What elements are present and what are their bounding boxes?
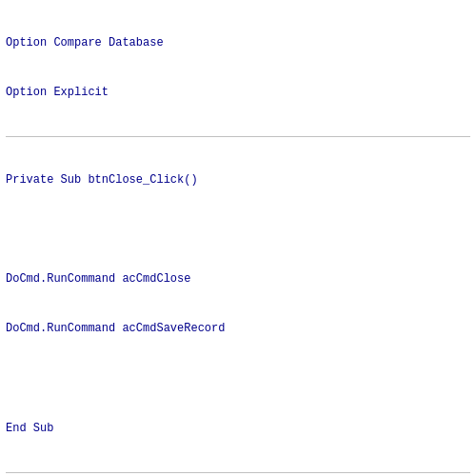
code-line: End Sub: [6, 421, 470, 437]
code-editor: Option Compare Database Option Explicit …: [0, 0, 476, 476]
section-separator: [6, 472, 470, 473]
code-line: Private Sub btnClose_Click(): [6, 172, 470, 188]
code-line: Option Compare Database: [6, 35, 470, 51]
code-line: DoCmd.RunCommand acCmdClose: [6, 271, 470, 288]
section-separator: [6, 136, 470, 137]
code-line: DoCmd.RunCommand acCmdSaveRecord: [6, 321, 470, 337]
code-line: [6, 222, 470, 238]
code-line: [6, 371, 470, 387]
code-line: Option Explicit: [6, 85, 470, 101]
